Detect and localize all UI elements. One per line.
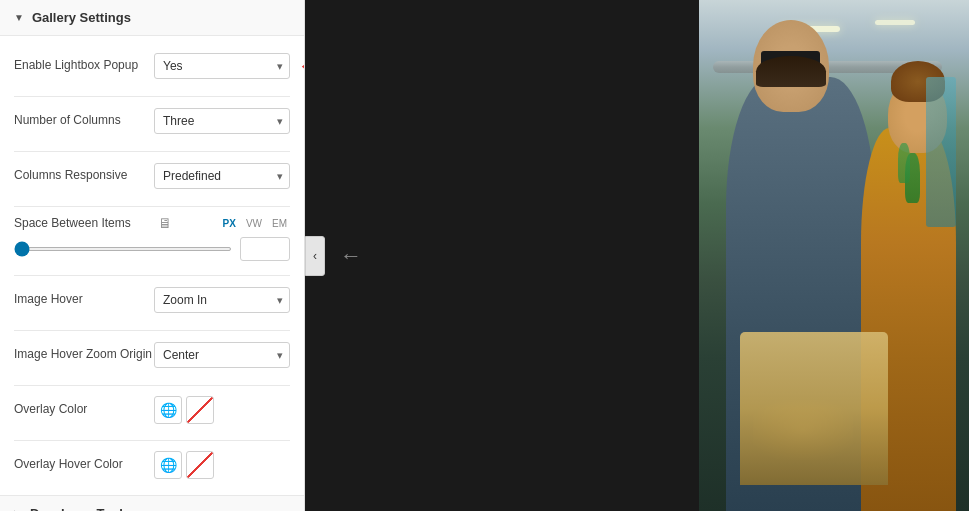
overlay-hover-color-btns: 🌐 xyxy=(154,451,214,479)
unit-tab-em[interactable]: EM xyxy=(269,217,290,230)
developer-tools-header[interactable]: ▶ Developer Tools xyxy=(0,495,304,511)
person1-hair xyxy=(756,56,826,87)
columns-responsive-row: Columns Responsive Predefined Custom xyxy=(14,160,290,192)
monitor-icon: 🖥 xyxy=(158,215,172,231)
developer-tools-title: Developer Tools xyxy=(30,506,130,511)
unit-tab-vw[interactable]: VW xyxy=(243,217,265,230)
overlay-hover-color-control: 🌐 xyxy=(154,451,290,479)
image-hover-zoom-row: Image Hover Zoom Origin Center Top Left … xyxy=(14,339,290,371)
divider-1 xyxy=(14,96,290,97)
number-columns-select-wrapper: One Two Three Four Five Six xyxy=(154,108,290,134)
gallery-settings-header[interactable]: ▼ Gallery Settings xyxy=(0,0,304,36)
divider-7 xyxy=(14,440,290,441)
overlay-color-control: 🌐 xyxy=(154,396,290,424)
columns-responsive-label: Columns Responsive xyxy=(14,168,154,184)
space-slider[interactable] xyxy=(14,247,232,251)
enable-lightbox-control: Yes No xyxy=(154,53,290,79)
enable-lightbox-label: Enable Lightbox Popup xyxy=(14,58,154,74)
image-hover-zoom-control: Center Top Left Top Right Bottom Left Bo… xyxy=(154,342,290,368)
space-value-input[interactable] xyxy=(240,237,290,261)
divider-5 xyxy=(14,330,290,331)
image-hover-row: Image Hover None Zoom In Zoom Out Graysc… xyxy=(14,284,290,316)
left-arrow-canvas: ← xyxy=(340,243,362,269)
columns-responsive-select[interactable]: Predefined Custom xyxy=(154,163,290,189)
photo-area xyxy=(699,0,969,511)
number-columns-select[interactable]: One Two Three Four Five Six xyxy=(154,108,290,134)
slider-row xyxy=(14,237,290,261)
divider-3 xyxy=(14,206,290,207)
overlay-color-clear-btn[interactable] xyxy=(186,396,214,424)
space-between-row: Space Between Items 🖥 PX VW EM xyxy=(14,215,290,261)
settings-panel: ▼ Gallery Settings Enable Lightbox Popup… xyxy=(0,0,305,511)
image-hover-label: Image Hover xyxy=(14,292,154,308)
image-hover-control: None Zoom In Zoom Out Grayscale Blur xyxy=(154,287,290,313)
image-hover-select[interactable]: None Zoom In Zoom Out Grayscale Blur xyxy=(154,287,290,313)
unit-tab-px[interactable]: PX xyxy=(220,217,239,230)
canvas-collapse-btn[interactable]: ‹ xyxy=(305,236,325,276)
image-hover-zoom-select-wrapper: Center Top Left Top Right Bottom Left Bo… xyxy=(154,342,290,368)
enable-lightbox-select[interactable]: Yes No xyxy=(154,53,290,79)
overlay-hover-color-clear-btn[interactable] xyxy=(186,451,214,479)
columns-responsive-select-wrapper: Predefined Custom xyxy=(154,163,290,189)
divider-4 xyxy=(14,275,290,276)
number-columns-label: Number of Columns xyxy=(14,113,154,129)
plant-2 xyxy=(898,143,910,183)
space-between-top: Space Between Items 🖥 PX VW EM xyxy=(14,215,290,231)
overlay-color-btns: 🌐 xyxy=(154,396,214,424)
dark-canvas: ‹ ← xyxy=(305,0,699,511)
image-hover-select-wrapper: None Zoom In Zoom Out Grayscale Blur xyxy=(154,287,290,313)
enable-lightbox-row: Enable Lightbox Popup Yes No ← xyxy=(14,50,290,82)
divider-6 xyxy=(14,385,290,386)
red-arrow-indicator: ← xyxy=(298,56,305,77)
settings-body: Enable Lightbox Popup Yes No ← Number of… xyxy=(0,36,304,481)
number-columns-row: Number of Columns One Two Three Four Fiv… xyxy=(14,105,290,137)
image-hover-zoom-select[interactable]: Center Top Left Top Right Bottom Left Bo… xyxy=(154,342,290,368)
overlay-color-label: Overlay Color xyxy=(14,402,154,418)
collapse-arrow-icon: ▼ xyxy=(14,12,24,23)
number-columns-control: One Two Three Four Five Six xyxy=(154,108,290,134)
overlay-hover-color-row: Overlay Hover Color 🌐 xyxy=(14,449,290,481)
columns-responsive-control: Predefined Custom xyxy=(154,163,290,189)
space-between-label: Space Between Items xyxy=(14,216,154,230)
overlay-hover-color-label: Overlay Hover Color xyxy=(14,457,154,473)
enable-lightbox-select-wrapper: Yes No xyxy=(154,53,290,79)
right-area: ‹ ← xyxy=(305,0,969,511)
scene xyxy=(699,0,969,511)
ceiling-light-2 xyxy=(875,20,915,25)
overlay-hover-color-globe-btn[interactable]: 🌐 xyxy=(154,451,182,479)
laptop xyxy=(740,332,889,485)
overlay-color-globe-btn[interactable]: 🌐 xyxy=(154,396,182,424)
unit-tabs: PX VW EM xyxy=(220,217,290,230)
teal-accent xyxy=(926,77,956,227)
gallery-settings-title: Gallery Settings xyxy=(32,10,131,25)
image-hover-zoom-label: Image Hover Zoom Origin xyxy=(14,347,154,363)
divider-2 xyxy=(14,151,290,152)
overlay-color-row: Overlay Color 🌐 xyxy=(14,394,290,426)
